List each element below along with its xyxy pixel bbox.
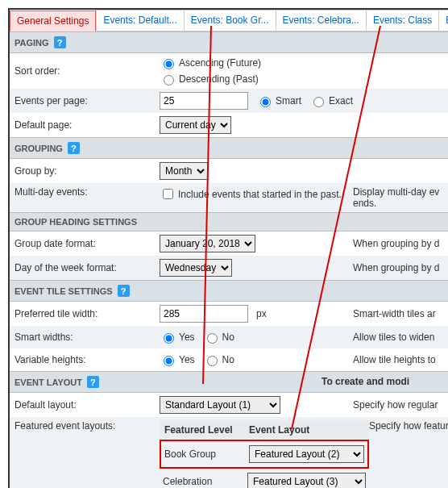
tab-general-settings[interactable]: General Settings: [10, 10, 96, 31]
featured-row-book-group: Book Group Featured Layout (2): [160, 440, 369, 469]
section-layout-label: EVENT LAYOUT: [15, 377, 82, 387]
featured-table: Featured Level Event Layout Book Group F…: [160, 420, 369, 488]
section-tile: EVENT TILE SETTINGS ?: [10, 280, 448, 302]
pref-width-side: Smart-width tiles ar: [353, 308, 448, 319]
tab-events-book-group[interactable]: Events: Book Gr...: [184, 10, 276, 31]
smart-widths-no[interactable]: No: [203, 331, 234, 344]
group-by-label: Group by:: [15, 165, 160, 177]
tab-bar: General Settings Events: Default... Even…: [10, 10, 448, 31]
smart-widths-yes[interactable]: Yes: [160, 331, 195, 344]
row-sort-order: Sort order: Ascending (Future) Descendin…: [10, 53, 448, 89]
group-by-select[interactable]: Month: [160, 162, 208, 180]
section-grouping: GROUPING ?: [10, 137, 448, 159]
smart-widths-side: Allow tiles to widen: [353, 332, 448, 343]
smart-widths-label: Smart widths:: [15, 332, 160, 343]
multiday-label: Multi-day events:: [15, 186, 160, 198]
tab-events-extra[interactable]: Events: E: [438, 10, 448, 31]
section-paging: PAGING ?: [10, 31, 448, 53]
default-page-label: Default page:: [15, 119, 160, 131]
row-var-heights: Variable heights: Yes No Allow tile heig…: [10, 348, 448, 371]
row-pref-width: Preferred tile width: px Smart-width til…: [10, 302, 448, 326]
row-group-by: Group by: Month: [10, 159, 448, 183]
tab-events-celebration[interactable]: Events: Celebra...: [276, 10, 366, 31]
section-paging-label: PAGING: [15, 38, 49, 48]
sort-asc-radio[interactable]: Ascending (Future): [160, 56, 261, 69]
help-icon[interactable]: ?: [68, 142, 80, 154]
section-group-heading-label: GROUP HEADING SETTINGS: [15, 217, 137, 227]
tab-events-default[interactable]: Events: Default...: [96, 10, 183, 31]
date-format-side: When grouping by d: [353, 238, 448, 249]
featured-level: Book Group: [164, 448, 249, 460]
featured-row-celebration: Celebration Featured Layout (3): [160, 469, 369, 488]
row-dow-format: Day of the week format: Wednesday When g…: [10, 256, 448, 280]
featured-layout-select[interactable]: Featured Layout (2): [249, 445, 364, 463]
row-featured-layouts: Featured event layouts: Featured Level E…: [10, 417, 448, 488]
date-format-label: Group date format:: [15, 238, 160, 249]
row-date-format: Group date format: January 20, 2018 When…: [10, 231, 448, 256]
section-grouping-label: GROUPING: [15, 144, 63, 153]
row-default-layout: Default layout: Standard Layout (1) Spec…: [10, 393, 448, 417]
row-smart-widths: Smart widths: Yes No Allow tiles to wide…: [10, 326, 448, 348]
row-multiday: Multi-day events: Include events that st…: [10, 183, 448, 212]
epp-input[interactable]: [160, 92, 248, 110]
tab-events-class[interactable]: Events: Class: [366, 10, 438, 31]
sort-order-label: Sort order:: [15, 65, 160, 77]
section-layout-side: To create and modi: [321, 376, 448, 387]
date-format-select[interactable]: January 20, 2018: [160, 235, 255, 252]
help-icon[interactable]: ?: [54, 36, 66, 48]
default-layout-select[interactable]: Standard Layout (1): [160, 396, 280, 414]
var-heights-no[interactable]: No: [203, 353, 234, 366]
pref-width-input[interactable]: [160, 305, 248, 323]
th-featured-level: Featured Level: [164, 424, 249, 436]
section-group-heading: GROUP HEADING SETTINGS: [10, 212, 448, 231]
sort-desc-radio[interactable]: Descending (Past): [160, 73, 261, 86]
row-default-page: Default page: Current day: [10, 113, 448, 137]
featured-level: Celebration: [163, 476, 247, 487]
dow-select[interactable]: Wednesday: [160, 259, 232, 277]
featured-layouts-label: Featured event layouts:: [15, 420, 160, 432]
default-layout-side: Specify how regular: [353, 399, 448, 411]
multiday-checkbox[interactable]: Include events that started in the past.: [160, 186, 342, 202]
row-events-per-page: Events per page: Smart Exact: [10, 89, 448, 113]
pref-width-label: Preferred tile width:: [15, 308, 160, 319]
section-layout: EVENT LAYOUT ? To create and modi: [10, 371, 448, 393]
featured-layout-select[interactable]: Featured Layout (3): [247, 473, 366, 488]
section-tile-label: EVENT TILE SETTINGS: [15, 286, 113, 296]
var-heights-side: Allow tile heights to: [353, 354, 448, 365]
dow-side: When grouping by d: [353, 262, 448, 273]
th-event-layout: Event Layout: [249, 424, 364, 436]
featured-table-header: Featured Level Event Layout: [160, 420, 369, 440]
default-layout-label: Default layout:: [15, 399, 160, 411]
epp-smart-radio[interactable]: Smart: [256, 94, 301, 107]
epp-label: Events per page:: [15, 95, 160, 106]
settings-panel: General Settings Events: Default... Even…: [8, 8, 448, 488]
multiday-side: Display multi-day ev ends.: [353, 186, 448, 209]
px-label: px: [256, 308, 267, 319]
featured-layouts-side: Specify how feature: [369, 420, 448, 432]
dow-label: Day of the week format:: [15, 262, 160, 273]
epp-exact-radio[interactable]: Exact: [309, 94, 353, 107]
help-icon[interactable]: ?: [87, 376, 99, 388]
default-page-select[interactable]: Current day: [160, 116, 231, 134]
var-heights-yes[interactable]: Yes: [160, 353, 195, 366]
var-heights-label: Variable heights:: [15, 354, 160, 365]
help-icon[interactable]: ?: [118, 285, 130, 297]
